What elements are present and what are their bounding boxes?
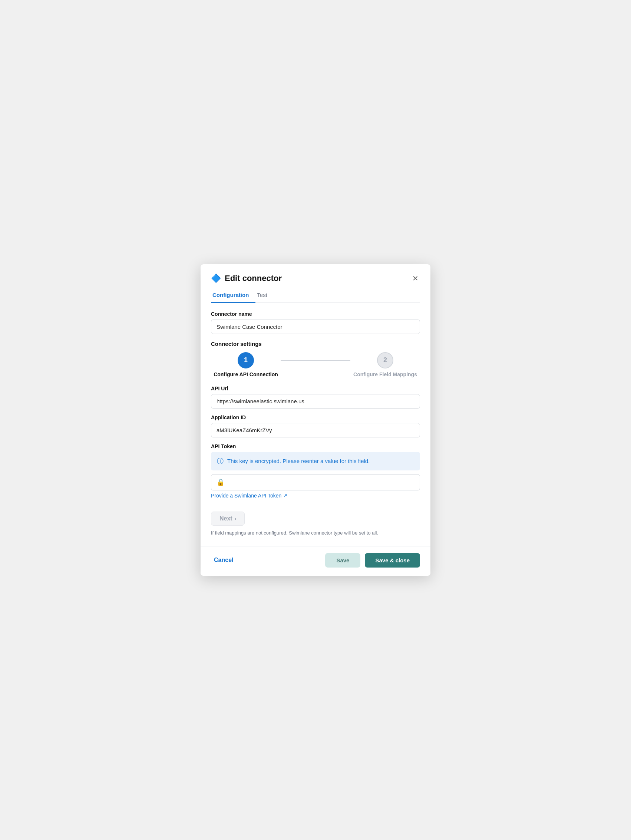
api-url-input[interactable] <box>211 394 420 409</box>
api-url-group: API Url <box>211 385 420 409</box>
connector-name-group: Connector name <box>211 311 420 334</box>
modal-title-row: 🔷 Edit connector ✕ <box>211 273 420 284</box>
connector-name-label: Connector name <box>211 311 420 317</box>
step-2-label: Configure Field Mappings <box>353 371 417 377</box>
app-id-label: Application ID <box>211 414 420 420</box>
tab-test[interactable]: Test <box>255 289 274 303</box>
api-token-label: API Token <box>211 443 420 449</box>
connector-settings-title: Connector settings <box>211 341 420 347</box>
modal-title-text: Edit connector <box>225 273 282 283</box>
stepper-step-1: 1 Configure API Connection <box>211 352 281 377</box>
step-1-label: Configure API Connection <box>213 371 278 377</box>
stepper-connector <box>281 360 350 361</box>
cancel-button[interactable]: Cancel <box>211 555 236 565</box>
save-close-button[interactable]: Save & close <box>365 553 420 568</box>
lock-icon: 🔒 <box>217 478 225 486</box>
hint-text: If field mappings are not configured, Sw… <box>211 530 420 536</box>
step-2-circle: 2 <box>377 352 393 368</box>
next-button[interactable]: Next › <box>211 512 245 526</box>
info-icon: ⓘ <box>217 457 223 466</box>
tab-configuration[interactable]: Configuration <box>211 289 255 303</box>
app-id-group: Application ID <box>211 414 420 437</box>
modal-header: 🔷 Edit connector ✕ Configuration Test <box>201 264 430 303</box>
footer-right: Save Save & close <box>325 553 420 568</box>
stepper: 1 Configure API Connection 2 Configure F… <box>211 352 420 377</box>
save-button[interactable]: Save <box>325 553 361 568</box>
stepper-steps: 1 Configure API Connection 2 Configure F… <box>211 352 420 377</box>
tabs-container: Configuration Test <box>211 289 420 303</box>
api-token-link[interactable]: Provide a Swimlane API Token ↗ <box>211 493 287 499</box>
external-link-icon: ↗ <box>283 493 287 498</box>
modal-footer: Cancel Save Save & close <box>201 546 430 576</box>
edit-connector-modal: 🔷 Edit connector ✕ Configuration Test Co… <box>201 264 430 576</box>
connector-name-input[interactable] <box>211 319 420 334</box>
step-1-circle: 1 <box>238 352 254 368</box>
next-chevron-icon: › <box>235 516 237 521</box>
modal-title: 🔷 Edit connector <box>211 273 282 283</box>
api-token-group: API Token ⓘ This key is encrypted. Pleas… <box>211 443 420 499</box>
api-url-label: API Url <box>211 385 420 392</box>
stepper-step-2: 2 Configure Field Mappings <box>350 352 420 377</box>
api-token-alert: ⓘ This key is encrypted. Please reenter … <box>211 452 420 471</box>
api-token-input-wrap[interactable]: 🔒 <box>211 474 420 490</box>
app-id-input[interactable] <box>211 423 420 437</box>
close-button[interactable]: ✕ <box>411 273 420 284</box>
api-token-alert-text: This key is encrypted. Please reenter a … <box>227 458 370 464</box>
connector-icon: 🔷 <box>211 273 221 283</box>
modal-body: Connector name Connector settings 1 Conf… <box>201 303 430 542</box>
